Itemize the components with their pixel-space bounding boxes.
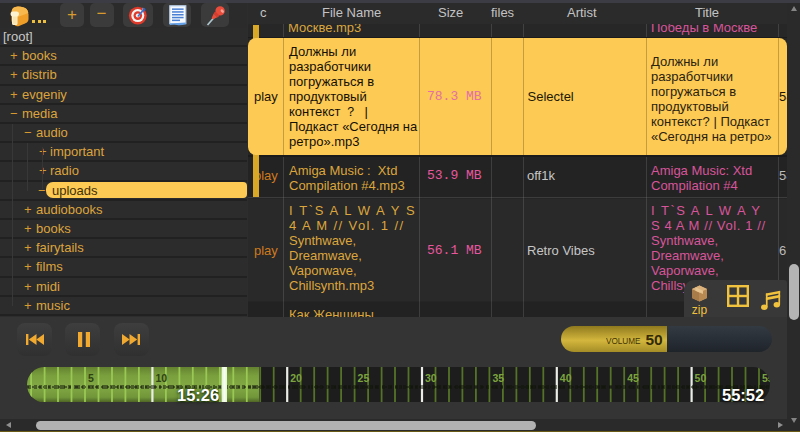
svg-text:40: 40 [560, 371, 572, 383]
svg-text:25: 25 [358, 371, 370, 383]
svg-text:10: 10 [155, 371, 167, 383]
svg-text:20: 20 [290, 371, 302, 383]
svg-text:5: 5 [88, 371, 94, 383]
svg-text:50: 50 [695, 371, 707, 383]
svg-text:45: 45 [627, 371, 639, 383]
svg-text:30: 30 [425, 371, 437, 383]
svg-text:55: 55 [762, 371, 771, 383]
svg-text:35: 35 [492, 371, 504, 383]
